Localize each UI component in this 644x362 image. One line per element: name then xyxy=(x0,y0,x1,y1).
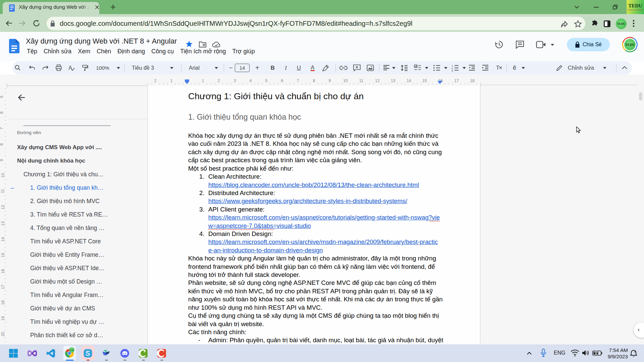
svg-text:3: 3 xyxy=(451,69,453,72)
svg-text:z: z xyxy=(634,350,636,353)
svg-text:T: T xyxy=(496,65,499,71)
